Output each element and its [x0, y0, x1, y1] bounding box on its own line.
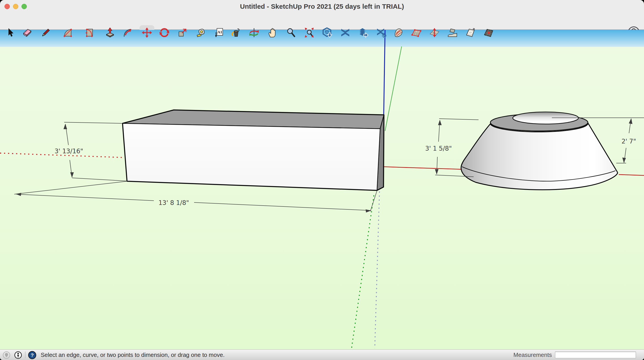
tool-push-pull[interactable] — [105, 27, 116, 38]
tool-share-model[interactable] — [340, 27, 350, 38]
cone-height-label: 3' 1 5/8" — [425, 145, 452, 152]
minimize-button[interactable] — [13, 4, 18, 9]
tool-shapes[interactable] — [84, 27, 95, 38]
tool-tape-measure[interactable] — [196, 27, 207, 38]
move-icon — [142, 27, 152, 38]
svg-text:A1: A1 — [218, 30, 222, 34]
tool-get-models[interactable] — [322, 27, 332, 38]
box-length-label: 13' 8 1/8" — [158, 199, 189, 206]
window-title: Untitled - SketchUp Pro 2021 (25 days le… — [0, 0, 644, 13]
tool-stamp[interactable] — [447, 27, 458, 38]
rotate-icon — [159, 27, 170, 38]
get-models-icon — [322, 27, 332, 38]
shapes-icon — [84, 27, 95, 38]
tool-share-component[interactable] — [358, 27, 369, 38]
blue-axis-negative-dotted — [375, 192, 380, 348]
green-axis-positive — [385, 46, 402, 131]
close-button[interactable] — [4, 4, 10, 9]
cone-geometry[interactable] — [461, 112, 618, 190]
pan-hand-icon — [267, 27, 278, 38]
blue-axis-positive — [384, 30, 385, 115]
pencil-icon — [40, 27, 51, 38]
tool-select[interactable] — [5, 27, 16, 38]
zoom-extents-icon — [304, 27, 314, 38]
from-scratch-icon — [411, 27, 422, 38]
box-geometry[interactable] — [122, 110, 384, 190]
share-model-icon — [340, 27, 350, 38]
scale-icon — [177, 27, 188, 38]
tool-follow-me[interactable] — [122, 27, 133, 38]
tool-smoove[interactable] — [429, 27, 440, 38]
credits-icon[interactable] — [14, 351, 22, 359]
box-front-face — [122, 123, 380, 190]
box-height-label: 3' 13/16" — [54, 147, 83, 155]
tool-pan[interactable] — [267, 27, 278, 38]
tool-text[interactable]: A1 — [214, 27, 225, 38]
geolocation-icon[interactable] — [2, 351, 11, 359]
tool-extension-warehouse[interactable] — [376, 27, 386, 38]
red-axis-positive-left-segment — [383, 167, 464, 169]
smoove-icon — [429, 27, 440, 38]
tool-sandbox-from-scratch[interactable] — [411, 27, 422, 38]
share-component-icon — [358, 27, 369, 38]
tool-sandbox-from-contours[interactable] — [393, 27, 404, 38]
sketchup-window: Untitled - SketchUp Pro 2021 (25 days le… — [0, 0, 644, 360]
model-viewport[interactable]: 3' 13/16" 13' 8 1/8" — [0, 30, 644, 350]
from-contours-icon — [393, 27, 404, 38]
tool-move[interactable] — [142, 27, 152, 38]
select-arrow-icon — [5, 27, 16, 38]
tool-scale[interactable] — [177, 27, 188, 38]
add-location-icon — [483, 27, 494, 38]
measurements-input[interactable] — [555, 352, 636, 358]
tool-eraser[interactable] — [22, 27, 33, 38]
tool-rotate[interactable] — [159, 27, 170, 38]
tool-paint-bucket[interactable] — [230, 27, 241, 38]
status-message: Select an edge, curve, or two points to … — [41, 352, 224, 359]
eraser-icon — [22, 27, 33, 38]
drape-icon — [465, 27, 476, 38]
tape-measure-icon — [196, 27, 207, 38]
dimension-box-height[interactable]: 3' 13/16" — [54, 122, 126, 181]
extension-warehouse-icon — [376, 27, 386, 38]
tool-zoom-extents[interactable] — [304, 27, 314, 38]
arc-icon — [62, 27, 73, 38]
follow-me-icon — [122, 27, 133, 38]
zoom-window-button[interactable] — [22, 4, 27, 9]
tool-zoom[interactable] — [286, 27, 296, 38]
paint-bucket-icon — [230, 27, 241, 38]
scene-canvas: 3' 13/16" 13' 8 1/8" — [0, 30, 644, 350]
svg-text:?: ? — [31, 352, 34, 358]
text-tool-icon: A1 — [214, 27, 225, 38]
cone-inner-height-label: 2' 7" — [622, 138, 636, 145]
green-axis-negative-dotted — [352, 195, 374, 348]
title-bar: Untitled - SketchUp Pro 2021 (25 days le… — [0, 0, 644, 12]
status-bar: ? Select an edge, curve, or two points t… — [0, 350, 644, 360]
tool-add-location[interactable] — [483, 27, 494, 38]
tool-arcs[interactable] — [62, 27, 73, 38]
tool-drape[interactable] — [465, 27, 476, 38]
zoom-icon — [286, 27, 296, 38]
stamp-icon — [447, 27, 458, 38]
push-pull-icon — [105, 27, 116, 38]
measurements-label: Measurements — [514, 352, 552, 359]
orbit-icon — [249, 27, 260, 38]
cone-body — [461, 123, 618, 190]
toolbar: A1 — [0, 12, 644, 30]
statusbar-divider — [25, 352, 26, 358]
tool-line[interactable] — [40, 27, 51, 38]
help-icon[interactable]: ? — [28, 351, 37, 360]
red-axis-positive-right-segment — [619, 175, 644, 175]
tool-orbit[interactable] — [249, 27, 260, 38]
